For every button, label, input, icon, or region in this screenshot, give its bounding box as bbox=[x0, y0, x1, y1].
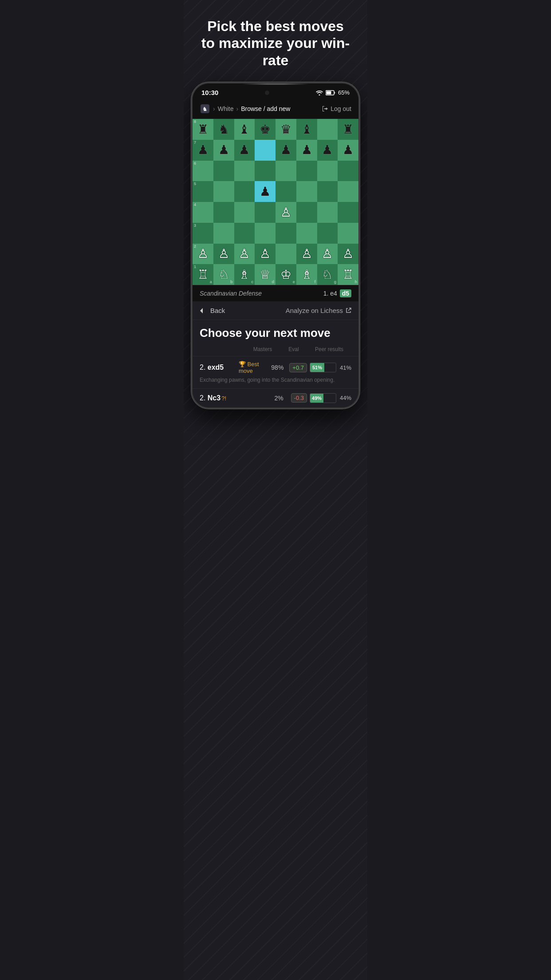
cell-g2: ♙ bbox=[317, 244, 338, 265]
battery-pct: 65% bbox=[338, 89, 350, 96]
col-header-masters: Masters bbox=[245, 346, 280, 352]
cell-h2: ♙ bbox=[338, 244, 358, 265]
piece-wn-b1: ♘ bbox=[218, 269, 229, 281]
piece-bp-f7: ♟ bbox=[301, 144, 312, 156]
cell-a8: ♜8 bbox=[193, 119, 213, 140]
breadcrumb-white: White bbox=[218, 105, 234, 112]
cell-f8: ♝ bbox=[296, 119, 317, 140]
cell-d1: ♕d bbox=[255, 264, 276, 285]
move-left-0: 2. exd5🏆 Best move bbox=[200, 361, 268, 374]
col-header-eval: Eval bbox=[280, 346, 307, 352]
piece-bp-h7: ♟ bbox=[342, 144, 354, 156]
piece-wp-g2: ♙ bbox=[322, 248, 333, 260]
question-mark-icon: ?! bbox=[221, 395, 226, 402]
rank-label-2: 2 bbox=[194, 245, 196, 249]
analyze-button[interactable]: Analyze on Lichess bbox=[286, 307, 351, 314]
hero-header: Pick the best moves to maximize your win… bbox=[184, 0, 367, 82]
cell-g5 bbox=[317, 181, 338, 202]
piece-wk-e1: ♔ bbox=[280, 269, 291, 281]
chevron-icon: › bbox=[213, 105, 215, 112]
piece-wr-h1: ♖ bbox=[342, 269, 354, 281]
piece-bq-e8: ♛ bbox=[280, 123, 291, 136]
peer-bar-0: 51%41% bbox=[310, 363, 351, 372]
cell-a7: ♟7 bbox=[193, 140, 213, 161]
breadcrumb: ♞ › White › Browse / add new bbox=[200, 103, 290, 114]
svg-text:♞: ♞ bbox=[202, 106, 208, 112]
back-button[interactable]: Back bbox=[200, 307, 225, 314]
status-bar: 10:30 65% bbox=[193, 83, 358, 100]
cell-h7: ♟ bbox=[338, 140, 358, 161]
rank-label-8: 8 bbox=[194, 120, 196, 124]
nav-bar: ♞ › White › Browse / add new Log out bbox=[193, 100, 358, 119]
cell-g6 bbox=[317, 161, 338, 182]
cell-f4 bbox=[296, 202, 317, 223]
chess-board: ♜8♞♝♚♛♝♜♟7♟♟♟♟♟♟65♟4♙3♙2♙♙♙♙♙♙♖1a♘b♗c♕d♔… bbox=[193, 119, 358, 285]
app-logo: ♞ bbox=[200, 103, 210, 114]
piece-wp-a2: ♙ bbox=[197, 248, 209, 260]
piece-bp-d5: ♟ bbox=[260, 186, 271, 198]
cell-a5: 5 bbox=[193, 181, 213, 202]
move-main-1: 2. Nc3?!2%-0.349%44% bbox=[200, 393, 351, 403]
cell-h3 bbox=[338, 223, 358, 244]
file-label-b: b bbox=[230, 280, 233, 284]
cell-b4 bbox=[213, 202, 234, 223]
cell-c6 bbox=[234, 161, 255, 182]
cell-c2: ♙ bbox=[234, 244, 255, 265]
masters-pct-0: 98% bbox=[268, 364, 287, 371]
file-label-h: h bbox=[355, 280, 358, 284]
peer-bar-visual-1: 49% bbox=[310, 393, 336, 403]
piece-wq-d1: ♕ bbox=[260, 269, 271, 281]
cell-f2: ♙ bbox=[296, 244, 317, 265]
cell-a6: 6 bbox=[193, 161, 213, 182]
cell-f3 bbox=[296, 223, 317, 244]
cell-e6 bbox=[276, 161, 296, 182]
move-left-1: 2. Nc3?! bbox=[200, 394, 235, 402]
status-time: 10:30 bbox=[201, 89, 218, 96]
cell-g4 bbox=[317, 202, 338, 223]
rank-label-4: 4 bbox=[194, 203, 196, 207]
status-icons: 65% bbox=[316, 89, 350, 96]
cell-d8: ♚ bbox=[255, 119, 276, 140]
chevron-icon-2: › bbox=[236, 105, 238, 112]
cell-a3: 3 bbox=[193, 223, 213, 244]
svg-rect-1 bbox=[326, 91, 331, 94]
battery-icon bbox=[326, 90, 335, 95]
piece-bk-d8: ♚ bbox=[260, 123, 271, 136]
cell-a2: ♙2 bbox=[193, 244, 213, 265]
cell-h1: ♖h bbox=[338, 264, 358, 285]
analyze-label: Analyze on Lichess bbox=[286, 307, 343, 314]
peer-black-pct-1: 44% bbox=[338, 395, 351, 401]
move-main-0: 2. exd5🏆 Best move98%+0.751%41% bbox=[200, 361, 351, 374]
cell-c1: ♗c bbox=[234, 264, 255, 285]
piece-bn-b8: ♞ bbox=[218, 123, 229, 136]
cell-g8 bbox=[317, 119, 338, 140]
cell-c8: ♝ bbox=[234, 119, 255, 140]
table-row[interactable]: 2. exd5🏆 Best move98%+0.751%41%Exchangin… bbox=[193, 356, 358, 388]
piece-wp-d2: ♙ bbox=[260, 248, 271, 260]
best-move-badge: 🏆 Best move bbox=[239, 361, 268, 374]
rank-label-6: 6 bbox=[194, 162, 196, 166]
cell-e4: ♙ bbox=[276, 202, 296, 223]
table-row[interactable]: 2. Nc3?!2%-0.349%44% bbox=[193, 388, 358, 407]
move-rows: 2. exd5🏆 Best move98%+0.751%41%Exchangin… bbox=[193, 356, 358, 407]
move-notation-1: 2. Nc3?! bbox=[200, 394, 235, 402]
cell-g1: ♘g bbox=[317, 264, 338, 285]
piece-wp-c2: ♙ bbox=[239, 248, 250, 260]
cell-c3 bbox=[234, 223, 255, 244]
eval-box-0: +0.7 bbox=[289, 363, 307, 372]
peer-bar-1: 49%44% bbox=[310, 393, 351, 403]
cell-a4: 4 bbox=[193, 202, 213, 223]
external-link-icon bbox=[346, 308, 351, 313]
cell-h8: ♜ bbox=[338, 119, 358, 140]
peer-black-pct-0: 41% bbox=[338, 364, 351, 371]
camera-dot bbox=[265, 91, 269, 95]
piece-bb-f8: ♝ bbox=[301, 123, 312, 136]
logout-button[interactable]: Log out bbox=[322, 105, 351, 112]
piece-bp-g7: ♟ bbox=[322, 144, 333, 156]
cell-b3 bbox=[213, 223, 234, 244]
cell-f1: ♗f bbox=[296, 264, 317, 285]
moves-table: Masters Eval Peer results 2. exd5🏆 Best … bbox=[193, 344, 358, 407]
move-stats-1: 2%-0.349%44% bbox=[270, 393, 351, 403]
piece-br-a8: ♜ bbox=[197, 123, 209, 136]
cell-d2: ♙ bbox=[255, 244, 276, 265]
